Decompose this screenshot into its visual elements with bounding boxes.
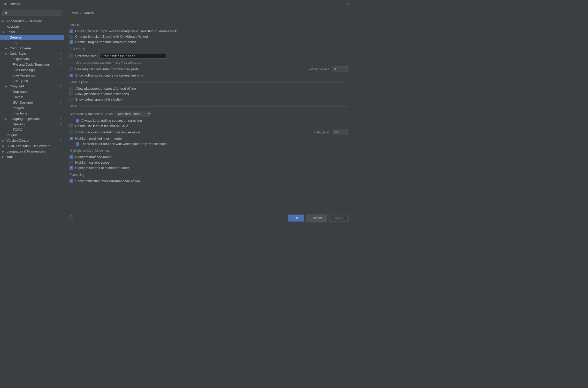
search-input[interactable] bbox=[2, 10, 62, 16]
sidebar-item-build[interactable]: ▶Build, Execution, Deployment bbox=[0, 143, 64, 149]
sidebar-item-plugins[interactable]: Plugins bbox=[0, 132, 64, 138]
checkbox-soft-wrap[interactable] bbox=[70, 54, 73, 58]
sidebar-item-tools[interactable]: ▶Tools bbox=[0, 154, 64, 159]
sidebar-item-label: Emmet bbox=[13, 95, 23, 99]
sidebar-item-file-code-templates[interactable]: File and Code Templates⚙ bbox=[0, 62, 64, 67]
sidebar-item-label: Inspections bbox=[13, 57, 30, 61]
sidebar-item-languages[interactable]: ▶Languages & Frameworks bbox=[0, 149, 64, 154]
option-font-zoom: Change font size (Zoom) with Ctrl+Mouse … bbox=[70, 35, 348, 39]
checkbox-reformat-notification[interactable] bbox=[70, 179, 73, 183]
window-title: Settings bbox=[9, 2, 345, 6]
checkbox-wrap-indicators[interactable] bbox=[70, 74, 73, 77]
checkbox-usages[interactable] bbox=[70, 166, 73, 170]
ok-button[interactable]: OK bbox=[288, 215, 304, 222]
checkbox-current-scope[interactable] bbox=[70, 161, 73, 164]
checkbox-caret-eol[interactable] bbox=[70, 87, 73, 90]
sidebar-item-editor[interactable]: ▼Editor bbox=[0, 29, 64, 35]
cancel-button[interactable]: Cancel bbox=[306, 215, 327, 222]
help-button[interactable]: ? bbox=[68, 215, 74, 221]
option-highlight-modified: Highlight modified lines in gutter bbox=[70, 136, 348, 140]
checkbox-camel-humps[interactable] bbox=[70, 29, 73, 33]
sidebar-item-copyright[interactable]: ▶Copyright⚙ bbox=[0, 83, 64, 89]
gear-icon: ⚙ bbox=[59, 57, 62, 61]
checkbox-drag-drop[interactable] bbox=[70, 40, 73, 44]
checkbox-diff-color[interactable] bbox=[76, 142, 79, 146]
sidebar-item-version-control[interactable]: ▶Version Control⚙ bbox=[0, 138, 64, 143]
sidebar-item-label: Copyright bbox=[10, 84, 24, 88]
sidebar-item-font[interactable]: Font bbox=[0, 40, 64, 45]
sidebar-item-images[interactable]: Images bbox=[0, 105, 64, 111]
sidebar-item-emmet[interactable]: Emmet bbox=[0, 94, 64, 100]
delay-input[interactable] bbox=[332, 130, 348, 135]
option-quick-doc: Show quick documentation on mouse move D… bbox=[70, 130, 348, 135]
sidebar-item-label: Spelling bbox=[13, 122, 25, 126]
gear-icon: ⚙ bbox=[59, 139, 62, 142]
checkbox-caret-tabs[interactable] bbox=[70, 92, 73, 96]
checkbox-font-zoom[interactable] bbox=[70, 35, 73, 39]
checkbox-highlight-modified[interactable] bbox=[70, 137, 73, 140]
sidebar-item-appearance[interactable]: ▶Appearance & Behavior bbox=[0, 18, 64, 24]
sidebar-item-gui-designer[interactable]: GUI Designer⚙ bbox=[0, 100, 64, 105]
soft-wrap-input[interactable] bbox=[100, 53, 167, 59]
arrow-icon: ▶ bbox=[2, 145, 5, 147]
arrow-icon: ▼ bbox=[2, 31, 5, 33]
delay-label: Delay (ms): bbox=[314, 131, 330, 134]
sidebar-item-intentions[interactable]: Intentions bbox=[0, 111, 64, 116]
additional-shift-label: Additional shift: bbox=[309, 67, 330, 71]
sidebar-item-label: Tools bbox=[6, 155, 14, 159]
sidebar-item-language-injections[interactable]: ▶Language Injections⚙ bbox=[0, 116, 64, 121]
sidebar-item-label: Live Templates bbox=[13, 73, 35, 77]
option-diff-color: Different color for lines with whitespac… bbox=[70, 142, 348, 146]
sidebar-item-file-encodings[interactable]: File Encodings bbox=[0, 67, 64, 73]
gear-icon: ⚙ bbox=[59, 117, 62, 120]
breadcrumb-parent: Editor bbox=[70, 11, 78, 15]
sidebar-item-label: Languages & Frameworks bbox=[6, 149, 46, 153]
arrow-icon: ▶ bbox=[5, 36, 9, 39]
sidebar-item-keymap[interactable]: Keymap bbox=[0, 24, 64, 29]
option-ensure-line-feed: Ensure line feed at file end on Save bbox=[70, 124, 348, 128]
additional-shift-input[interactable] bbox=[332, 66, 348, 72]
sidebar-item-live-templates[interactable]: Live Templates bbox=[0, 73, 64, 78]
sidebar-item-duplicates[interactable]: Duplicates bbox=[0, 89, 64, 94]
option-caret-tabs: Allow placement of caret inside tabs bbox=[70, 92, 348, 96]
arrow-icon: ▶ bbox=[5, 85, 9, 88]
checkbox-quick-doc[interactable] bbox=[70, 131, 73, 134]
checkbox-virtual-bottom[interactable] bbox=[70, 98, 73, 101]
sidebar-item-general[interactable]: ▶General bbox=[0, 35, 64, 40]
sidebar-item-label: Duplicates bbox=[13, 90, 28, 94]
checkbox-original-indent[interactable] bbox=[70, 67, 73, 71]
sidebar-item-spelling[interactable]: Spelling⚙ bbox=[0, 121, 64, 127]
sidebar-item-label: File Types bbox=[13, 79, 28, 83]
app-icon: ⚙ bbox=[3, 2, 7, 6]
arrow-icon: ▶ bbox=[2, 20, 5, 22]
main-content: ▶Appearance & BehaviorKeymap▼Editor▶Gene… bbox=[0, 8, 353, 224]
sidebar-item-inspections[interactable]: Inspections⚙ bbox=[0, 56, 64, 62]
sidebar-item-label: Editor bbox=[6, 30, 15, 34]
content-body: Mouse Honor "CamelHumps" words settings … bbox=[64, 17, 353, 212]
sidebar-item-label: File and Code Templates bbox=[13, 63, 50, 66]
arrow-icon: ▶ bbox=[5, 52, 9, 55]
checkbox-ensure-line-feed[interactable] bbox=[70, 124, 73, 128]
apply-button[interactable]: Apply bbox=[329, 215, 349, 222]
sidebar-item-code-style[interactable]: ▶Code Style⚙ bbox=[0, 51, 64, 56]
sidebar-item-color-scheme[interactable]: ▶Color Scheme bbox=[0, 45, 64, 51]
sidebar-item-file-types[interactable]: File Types bbox=[0, 78, 64, 83]
soft-wrap-row: Soft-wrap files: bbox=[70, 53, 348, 59]
option-drag-drop: Enable Drag'n'Drop functionality in edit… bbox=[70, 40, 348, 44]
sidebar: ▶Appearance & BehaviorKeymap▼Editor▶Gene… bbox=[0, 8, 64, 224]
checkbox-matched-brace[interactable] bbox=[70, 155, 73, 159]
soft-wrap-hint: Use ; to separate patterns, * and ? as w… bbox=[70, 61, 348, 64]
sidebar-item-label: Plugins bbox=[6, 133, 18, 137]
sidebar-item-label: GUI Designer bbox=[13, 101, 33, 104]
strip-dropdown[interactable]: None All Modified Lines bbox=[115, 111, 151, 117]
soft-wrap-label: Soft-wrap files: bbox=[75, 54, 97, 58]
content-panel: Editor › General Mouse Honor "CamelHumps… bbox=[64, 8, 353, 224]
sidebar-item-todo[interactable]: TODO bbox=[0, 127, 64, 132]
close-button[interactable]: ✕ bbox=[345, 2, 350, 6]
sidebar-item-label: Version Control bbox=[6, 139, 29, 142]
sidebar-item-label: Language Injections bbox=[10, 117, 40, 121]
option-matched-brace: Highlight matched brace bbox=[70, 155, 348, 159]
option-original-indent: Use original line's indent for wrapped p… bbox=[70, 66, 348, 72]
checkbox-keep-trailing[interactable] bbox=[76, 119, 79, 123]
breadcrumb-separator: › bbox=[80, 11, 81, 15]
